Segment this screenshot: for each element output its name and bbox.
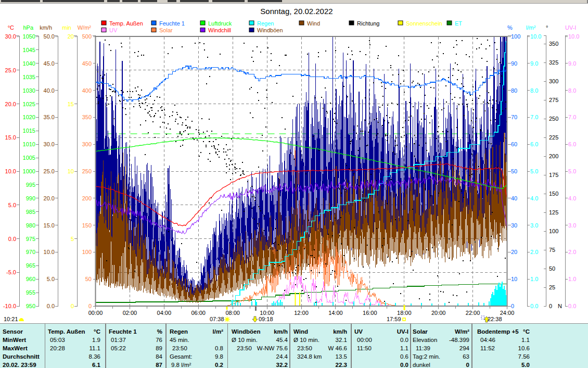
svg-text:23:50: 23:50: [172, 345, 187, 351]
svg-text:Temp. Außen: Temp. Außen: [48, 328, 85, 335]
svg-text:UV: UV: [354, 328, 363, 335]
svg-text:l/m²: l/m²: [213, 328, 224, 335]
svg-text:8.0: 8.0: [530, 87, 538, 94]
svg-text:20: 20: [68, 33, 74, 40]
svg-text:10: 10: [511, 276, 517, 282]
svg-text:20.0: 20.0: [5, 101, 16, 107]
svg-text:Ø 10 min.: Ø 10 min.: [293, 337, 319, 343]
svg-text:10: 10: [68, 168, 74, 174]
svg-text:50: 50: [549, 265, 555, 272]
svg-text:17:59: 17:59: [387, 316, 401, 322]
svg-text:50.0: 50.0: [44, 33, 55, 40]
svg-text:0.0: 0.0: [8, 236, 16, 242]
svg-text:°C: °C: [94, 328, 100, 335]
svg-text:9.0: 9.0: [530, 60, 538, 67]
svg-text:Sensor: Sensor: [3, 328, 23, 335]
svg-text:6.1: 6.1: [92, 362, 101, 368]
svg-text:1020: 1020: [23, 114, 35, 120]
svg-text:275: 275: [549, 97, 558, 103]
svg-text:10.0: 10.0: [530, 33, 541, 40]
svg-text:84: 84: [156, 353, 162, 360]
svg-text:45.0: 45.0: [44, 60, 55, 67]
svg-text:980: 980: [26, 222, 35, 229]
svg-text:0.0: 0.0: [568, 303, 576, 309]
svg-text:8.0: 8.0: [568, 87, 576, 94]
svg-text:40: 40: [511, 195, 517, 201]
svg-text:100: 100: [82, 249, 92, 255]
svg-text:01:37: 01:37: [111, 337, 126, 343]
svg-text:Bodentemp +5: Bodentemp +5: [477, 328, 519, 335]
svg-text:5.0: 5.0: [47, 276, 55, 282]
svg-text:Durchschnitt: Durchschnitt: [3, 353, 40, 360]
svg-text:0.2: 0.2: [215, 362, 223, 368]
svg-text:5: 5: [71, 236, 74, 242]
svg-text:0: 0: [88, 303, 92, 309]
svg-text:1040: 1040: [23, 60, 35, 67]
svg-text:4.0: 4.0: [568, 195, 576, 201]
svg-text:Windböen: Windböen: [257, 27, 283, 33]
svg-text:20: 20: [511, 249, 517, 255]
svg-text:06:00: 06:00: [191, 310, 206, 316]
svg-text:0: 0: [549, 303, 552, 309]
svg-text:10.0: 10.0: [44, 249, 55, 255]
svg-text:5.0: 5.0: [8, 202, 16, 208]
svg-text:05:03: 05:03: [50, 337, 65, 343]
svg-text:400: 400: [82, 87, 92, 94]
svg-text:985: 985: [26, 209, 35, 215]
svg-text:300: 300: [549, 78, 558, 84]
svg-text:76: 76: [156, 337, 162, 343]
svg-text:4.0: 4.0: [530, 195, 538, 201]
svg-text:1035: 1035: [23, 74, 35, 80]
svg-text:22:38: 22:38: [488, 316, 502, 322]
svg-text:30.0: 30.0: [5, 33, 16, 40]
svg-text:02:00: 02:00: [123, 310, 137, 316]
svg-text:W 46.6: W 46.6: [328, 345, 347, 351]
svg-text:1030: 1030: [23, 87, 35, 94]
svg-text:5.0: 5.0: [521, 362, 530, 368]
svg-text:40.0: 40.0: [44, 87, 55, 94]
svg-text:11.1: 11.1: [89, 345, 100, 351]
svg-text:UV: UV: [109, 27, 118, 33]
svg-text:25.0: 25.0: [5, 67, 16, 73]
svg-text:20:28: 20:28: [50, 345, 65, 351]
svg-text:450: 450: [82, 60, 92, 67]
svg-text:125: 125: [549, 209, 558, 215]
svg-text:9.8 l/m²: 9.8 l/m²: [171, 362, 191, 368]
svg-text:Wind: Wind: [293, 328, 308, 335]
svg-text:1000: 1000: [23, 168, 35, 174]
svg-text:Richtung: Richtung: [357, 20, 379, 27]
svg-text:24.4: 24.4: [276, 353, 288, 360]
svg-text:3.0: 3.0: [530, 222, 538, 229]
svg-text:6.0: 6.0: [530, 141, 538, 147]
svg-text:Wind: Wind: [307, 20, 320, 27]
svg-text:09:18: 09:18: [259, 316, 273, 322]
svg-text:11:50: 11:50: [357, 345, 372, 351]
svg-text:08:00: 08:00: [225, 310, 240, 316]
svg-text:7.0: 7.0: [568, 114, 576, 120]
svg-text:20:00: 20:00: [431, 310, 446, 316]
svg-text:1045: 1045: [23, 47, 35, 53]
svg-text:87: 87: [156, 362, 162, 368]
svg-text:1.0: 1.0: [530, 276, 538, 282]
svg-text:960: 960: [26, 276, 35, 282]
svg-text:7.0: 7.0: [530, 114, 538, 120]
svg-text:60: 60: [511, 141, 517, 147]
svg-text:Regen: Regen: [170, 328, 188, 335]
svg-text:Sonntag, 20.02.2022: Sonntag, 20.02.2022: [260, 7, 333, 16]
svg-text:W-NW 75.6: W-NW 75.6: [257, 345, 288, 351]
svg-text:250: 250: [549, 116, 558, 122]
svg-text:970: 970: [26, 249, 35, 255]
svg-text:25.0: 25.0: [44, 168, 55, 174]
svg-text:1005: 1005: [23, 155, 35, 161]
svg-text:05:22: 05:22: [111, 345, 126, 351]
svg-text:W/m²: W/m²: [455, 328, 469, 335]
svg-text:14:00: 14:00: [328, 310, 343, 316]
svg-text:175: 175: [549, 172, 558, 178]
svg-text:22.3: 22.3: [336, 362, 347, 368]
svg-text:dunkel: dunkel: [413, 362, 430, 368]
svg-text:0.8: 0.8: [215, 345, 223, 351]
svg-text:0.0: 0.0: [530, 303, 538, 309]
svg-text:km/h: km/h: [274, 328, 288, 335]
svg-text:0.6: 0.6: [400, 353, 408, 360]
svg-text:8.36: 8.36: [89, 353, 100, 360]
